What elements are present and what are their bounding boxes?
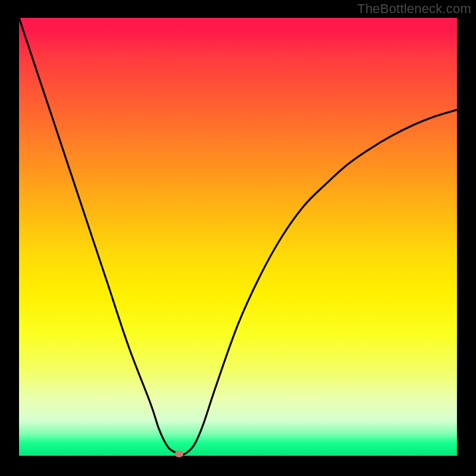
minimum-marker <box>175 451 183 458</box>
bottleneck-curve <box>19 18 457 456</box>
chart-frame: TheBottleneck.com <box>0 0 476 476</box>
watermark-text: TheBottleneck.com <box>357 1 471 17</box>
plot-area <box>19 18 457 456</box>
